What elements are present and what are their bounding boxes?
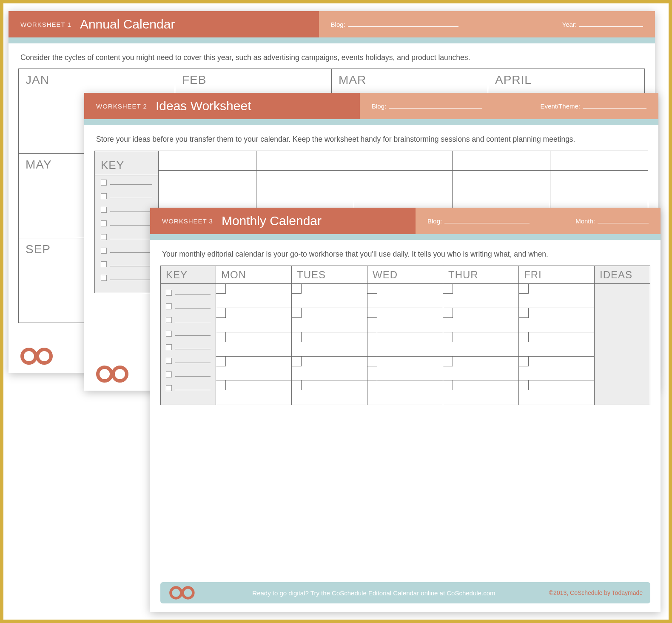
day-cell xyxy=(292,357,367,381)
footer-logo xyxy=(94,363,158,385)
svg-point-11 xyxy=(181,594,183,596)
key-column: KEY xyxy=(161,266,216,405)
day-cell xyxy=(216,357,292,381)
svg-point-3 xyxy=(35,357,38,360)
svg-point-4 xyxy=(98,367,111,381)
monthly-grid: KEY MON TUES WED THUR FRI xyxy=(160,266,650,405)
key-item xyxy=(166,372,211,377)
svg-point-0 xyxy=(22,349,36,363)
day-cell xyxy=(216,380,292,405)
day-cell xyxy=(519,380,595,405)
svg-point-5 xyxy=(113,367,127,381)
weekday-header: THUR xyxy=(443,266,519,284)
weekday-header-row: MON TUES WED THUR FRI xyxy=(216,266,595,284)
month-line xyxy=(598,217,649,223)
day-cell xyxy=(519,308,595,332)
footer-logo xyxy=(19,346,83,367)
day-cell xyxy=(367,284,443,308)
svg-point-7 xyxy=(111,375,114,378)
year-field: Year: xyxy=(562,21,643,28)
blog-label: Blog: xyxy=(372,103,386,110)
banner-title-area: WORKSHEET 1 Annual Calendar xyxy=(9,11,319,37)
stripe xyxy=(150,234,661,240)
blog-label: Blog: xyxy=(427,217,442,225)
instructions: Your monthly editorial calendar is your … xyxy=(150,240,661,266)
day-cell xyxy=(367,357,443,381)
month-field: Month: xyxy=(575,217,649,225)
day-cell xyxy=(216,284,292,308)
svg-point-6 xyxy=(111,370,114,373)
worksheet-title: Annual Calendar xyxy=(80,17,175,31)
day-cell xyxy=(292,308,367,332)
key-item xyxy=(101,261,152,267)
instructions: Consider the cycles of content you might… xyxy=(9,43,655,69)
weekday-header: TUES xyxy=(292,266,367,284)
event-field: Event/Theme: xyxy=(541,103,646,110)
key-header: KEY xyxy=(161,266,216,284)
banner-fields: Blog: Year: xyxy=(319,11,655,37)
stripe xyxy=(9,37,655,43)
month-body xyxy=(216,284,595,405)
banner: WORKSHEET 2 Ideas Worksheet Blog: Event/… xyxy=(84,93,658,119)
worksheet-number: WORKSHEET 2 xyxy=(96,103,147,110)
worksheet-title: Ideas Worksheet xyxy=(156,99,251,113)
banner: WORKSHEET 3 Monthly Calendar Blog: Month… xyxy=(150,208,661,234)
day-cell xyxy=(292,380,367,405)
day-cell xyxy=(367,380,443,405)
day-cell xyxy=(292,284,367,308)
svg-point-8 xyxy=(171,587,181,598)
day-cell xyxy=(443,332,519,357)
day-cell xyxy=(367,308,443,332)
ideas-column: IDEAS xyxy=(595,266,650,405)
banner-fields: Blog: Month: xyxy=(416,208,661,234)
key-item xyxy=(166,317,211,323)
weekday-header: MON xyxy=(216,266,292,284)
worksheet-number: WORKSHEET 3 xyxy=(162,217,213,225)
svg-point-2 xyxy=(35,352,38,355)
blog-line xyxy=(348,21,458,27)
day-cell xyxy=(367,332,443,357)
key-item xyxy=(166,290,211,296)
svg-point-1 xyxy=(37,349,51,363)
key-item xyxy=(101,180,152,186)
blog-field: Blog: xyxy=(331,21,458,28)
blog-field: Blog: xyxy=(427,217,530,225)
key-item xyxy=(101,220,152,226)
day-cell xyxy=(519,332,595,357)
blog-label: Blog: xyxy=(331,21,345,28)
blog-line xyxy=(444,217,530,223)
worksheet-title: Monthly Calendar xyxy=(222,214,322,228)
key-item xyxy=(101,193,152,199)
day-cell xyxy=(519,357,595,381)
event-line xyxy=(583,103,646,109)
key-item xyxy=(166,303,211,309)
banner-fields: Blog: Event/Theme: xyxy=(360,93,658,119)
day-cell xyxy=(292,332,367,357)
day-cell xyxy=(443,357,519,381)
key-column: KEY xyxy=(95,151,159,293)
worksheet-number: WORKSHEET 1 xyxy=(20,21,71,28)
svg-point-10 xyxy=(181,589,183,592)
blog-field: Blog: xyxy=(372,103,482,110)
day-cell xyxy=(216,308,292,332)
day-cell xyxy=(216,332,292,357)
weekday-header: WED xyxy=(367,266,443,284)
key-header: KEY xyxy=(101,155,152,175)
banner: WORKSHEET 1 Annual Calendar Blog: Year: xyxy=(9,11,655,37)
key-item xyxy=(166,385,211,391)
month-label: Month: xyxy=(575,217,595,225)
weekday-header: FRI xyxy=(519,266,595,284)
event-label: Event/Theme: xyxy=(541,103,580,110)
key-item xyxy=(101,275,152,281)
banner-title-area: WORKSHEET 2 Ideas Worksheet xyxy=(84,93,360,119)
day-cell xyxy=(519,284,595,308)
instructions: Store your ideas before you transfer the… xyxy=(84,125,658,151)
stripe xyxy=(84,119,658,125)
banner-title-area: WORKSHEET 3 Monthly Calendar xyxy=(150,208,416,234)
ideas-header: IDEAS xyxy=(595,266,650,284)
coschedule-logo-icon xyxy=(19,347,58,366)
key-item xyxy=(101,234,152,240)
worksheet-monthly: WORKSHEET 3 Monthly Calendar Blog: Month… xyxy=(150,208,661,612)
day-cell xyxy=(443,308,519,332)
day-cell xyxy=(443,380,519,405)
